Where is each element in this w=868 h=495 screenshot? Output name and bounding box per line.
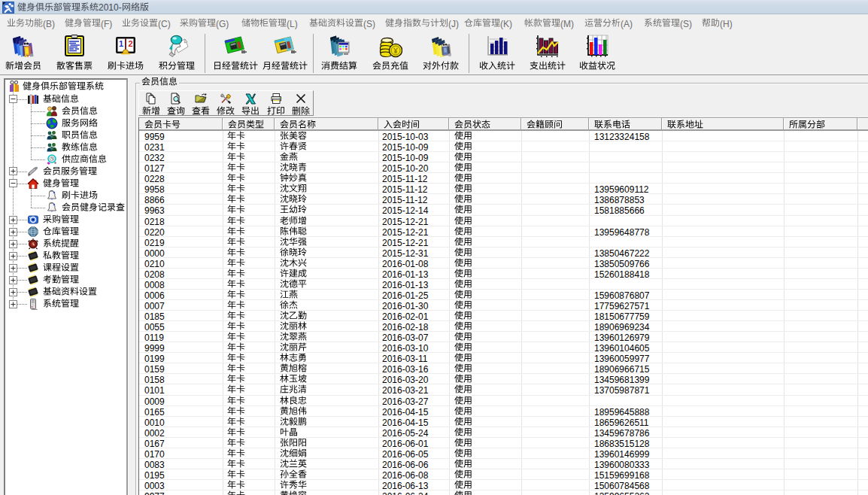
svg-text:2: 2 [129,39,133,48]
